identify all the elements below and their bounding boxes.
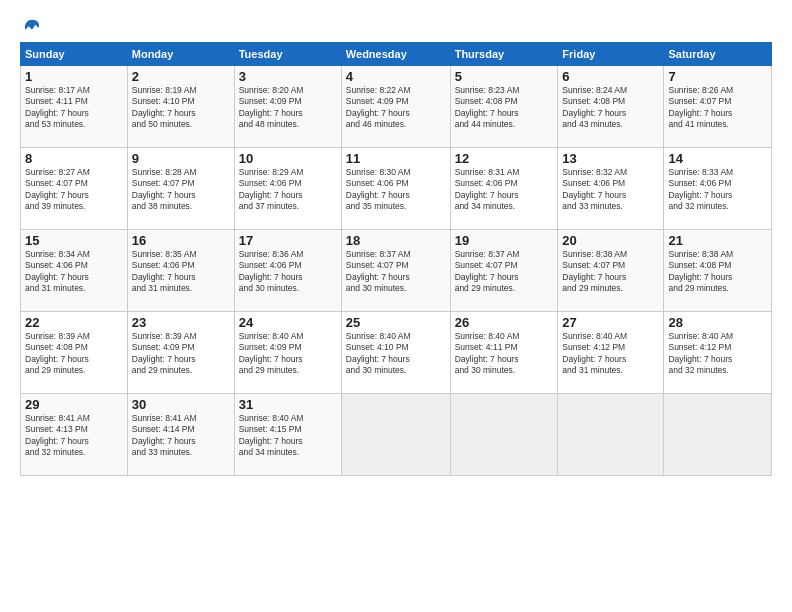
calendar-cell: 2Sunrise: 8:19 AM Sunset: 4:10 PM Daylig… <box>127 66 234 148</box>
header-friday: Friday <box>558 43 664 66</box>
calendar-cell: 9Sunrise: 8:28 AM Sunset: 4:07 PM Daylig… <box>127 148 234 230</box>
day-info: Sunrise: 8:30 AM Sunset: 4:06 PM Dayligh… <box>346 167 446 213</box>
calendar-table: SundayMondayTuesdayWednesdayThursdayFrid… <box>20 42 772 476</box>
calendar-cell: 15Sunrise: 8:34 AM Sunset: 4:06 PM Dayli… <box>21 230 128 312</box>
day-number: 21 <box>668 233 767 248</box>
day-number: 5 <box>455 69 554 84</box>
day-info: Sunrise: 8:33 AM Sunset: 4:06 PM Dayligh… <box>668 167 767 213</box>
week-row-4: 22Sunrise: 8:39 AM Sunset: 4:08 PM Dayli… <box>21 312 772 394</box>
calendar-cell: 5Sunrise: 8:23 AM Sunset: 4:08 PM Daylig… <box>450 66 558 148</box>
day-info: Sunrise: 8:36 AM Sunset: 4:06 PM Dayligh… <box>239 249 337 295</box>
day-number: 27 <box>562 315 659 330</box>
calendar-cell <box>558 394 664 476</box>
calendar-cell: 30Sunrise: 8:41 AM Sunset: 4:14 PM Dayli… <box>127 394 234 476</box>
calendar-cell: 11Sunrise: 8:30 AM Sunset: 4:06 PM Dayli… <box>341 148 450 230</box>
day-number: 31 <box>239 397 337 412</box>
day-info: Sunrise: 8:19 AM Sunset: 4:10 PM Dayligh… <box>132 85 230 131</box>
calendar-cell: 1Sunrise: 8:17 AM Sunset: 4:11 PM Daylig… <box>21 66 128 148</box>
calendar-cell: 27Sunrise: 8:40 AM Sunset: 4:12 PM Dayli… <box>558 312 664 394</box>
day-info: Sunrise: 8:17 AM Sunset: 4:11 PM Dayligh… <box>25 85 123 131</box>
day-info: Sunrise: 8:23 AM Sunset: 4:08 PM Dayligh… <box>455 85 554 131</box>
logo-text <box>20 18 42 38</box>
day-number: 11 <box>346 151 446 166</box>
calendar-cell: 17Sunrise: 8:36 AM Sunset: 4:06 PM Dayli… <box>234 230 341 312</box>
calendar-cell <box>450 394 558 476</box>
day-number: 1 <box>25 69 123 84</box>
header-wednesday: Wednesday <box>341 43 450 66</box>
calendar-cell: 22Sunrise: 8:39 AM Sunset: 4:08 PM Dayli… <box>21 312 128 394</box>
day-number: 9 <box>132 151 230 166</box>
calendar-cell: 16Sunrise: 8:35 AM Sunset: 4:06 PM Dayli… <box>127 230 234 312</box>
day-number: 3 <box>239 69 337 84</box>
day-info: Sunrise: 8:37 AM Sunset: 4:07 PM Dayligh… <box>346 249 446 295</box>
day-number: 16 <box>132 233 230 248</box>
calendar-cell: 19Sunrise: 8:37 AM Sunset: 4:07 PM Dayli… <box>450 230 558 312</box>
header-thursday: Thursday <box>450 43 558 66</box>
day-number: 10 <box>239 151 337 166</box>
calendar-cell: 3Sunrise: 8:20 AM Sunset: 4:09 PM Daylig… <box>234 66 341 148</box>
week-row-2: 8Sunrise: 8:27 AM Sunset: 4:07 PM Daylig… <box>21 148 772 230</box>
calendar-cell: 26Sunrise: 8:40 AM Sunset: 4:11 PM Dayli… <box>450 312 558 394</box>
day-number: 19 <box>455 233 554 248</box>
header-tuesday: Tuesday <box>234 43 341 66</box>
day-info: Sunrise: 8:27 AM Sunset: 4:07 PM Dayligh… <box>25 167 123 213</box>
calendar-cell: 31Sunrise: 8:40 AM Sunset: 4:15 PM Dayli… <box>234 394 341 476</box>
day-info: Sunrise: 8:40 AM Sunset: 4:12 PM Dayligh… <box>562 331 659 377</box>
day-info: Sunrise: 8:40 AM Sunset: 4:11 PM Dayligh… <box>455 331 554 377</box>
calendar-cell: 10Sunrise: 8:29 AM Sunset: 4:06 PM Dayli… <box>234 148 341 230</box>
calendar-cell: 25Sunrise: 8:40 AM Sunset: 4:10 PM Dayli… <box>341 312 450 394</box>
calendar-cell: 12Sunrise: 8:31 AM Sunset: 4:06 PM Dayli… <box>450 148 558 230</box>
calendar-cell: 7Sunrise: 8:26 AM Sunset: 4:07 PM Daylig… <box>664 66 772 148</box>
day-info: Sunrise: 8:41 AM Sunset: 4:14 PM Dayligh… <box>132 413 230 459</box>
day-number: 7 <box>668 69 767 84</box>
calendar-cell <box>341 394 450 476</box>
calendar-cell: 23Sunrise: 8:39 AM Sunset: 4:09 PM Dayli… <box>127 312 234 394</box>
day-number: 29 <box>25 397 123 412</box>
day-info: Sunrise: 8:24 AM Sunset: 4:08 PM Dayligh… <box>562 85 659 131</box>
day-info: Sunrise: 8:31 AM Sunset: 4:06 PM Dayligh… <box>455 167 554 213</box>
calendar-cell: 20Sunrise: 8:38 AM Sunset: 4:07 PM Dayli… <box>558 230 664 312</box>
calendar-cell: 24Sunrise: 8:40 AM Sunset: 4:09 PM Dayli… <box>234 312 341 394</box>
day-number: 4 <box>346 69 446 84</box>
day-info: Sunrise: 8:41 AM Sunset: 4:13 PM Dayligh… <box>25 413 123 459</box>
calendar-cell: 21Sunrise: 8:38 AM Sunset: 4:08 PM Dayli… <box>664 230 772 312</box>
calendar-cell: 13Sunrise: 8:32 AM Sunset: 4:06 PM Dayli… <box>558 148 664 230</box>
day-number: 6 <box>562 69 659 84</box>
day-info: Sunrise: 8:38 AM Sunset: 4:08 PM Dayligh… <box>668 249 767 295</box>
day-info: Sunrise: 8:40 AM Sunset: 4:10 PM Dayligh… <box>346 331 446 377</box>
calendar-header-row: SundayMondayTuesdayWednesdayThursdayFrid… <box>21 43 772 66</box>
calendar-cell: 18Sunrise: 8:37 AM Sunset: 4:07 PM Dayli… <box>341 230 450 312</box>
day-info: Sunrise: 8:28 AM Sunset: 4:07 PM Dayligh… <box>132 167 230 213</box>
day-info: Sunrise: 8:29 AM Sunset: 4:06 PM Dayligh… <box>239 167 337 213</box>
day-info: Sunrise: 8:39 AM Sunset: 4:08 PM Dayligh… <box>25 331 123 377</box>
day-info: Sunrise: 8:32 AM Sunset: 4:06 PM Dayligh… <box>562 167 659 213</box>
page: SundayMondayTuesdayWednesdayThursdayFrid… <box>0 0 792 612</box>
day-info: Sunrise: 8:40 AM Sunset: 4:09 PM Dayligh… <box>239 331 337 377</box>
day-number: 2 <box>132 69 230 84</box>
day-info: Sunrise: 8:40 AM Sunset: 4:15 PM Dayligh… <box>239 413 337 459</box>
calendar-cell: 6Sunrise: 8:24 AM Sunset: 4:08 PM Daylig… <box>558 66 664 148</box>
calendar-cell: 8Sunrise: 8:27 AM Sunset: 4:07 PM Daylig… <box>21 148 128 230</box>
day-number: 13 <box>562 151 659 166</box>
day-number: 14 <box>668 151 767 166</box>
day-info: Sunrise: 8:20 AM Sunset: 4:09 PM Dayligh… <box>239 85 337 131</box>
calendar-cell: 4Sunrise: 8:22 AM Sunset: 4:09 PM Daylig… <box>341 66 450 148</box>
week-row-5: 29Sunrise: 8:41 AM Sunset: 4:13 PM Dayli… <box>21 394 772 476</box>
calendar-cell: 14Sunrise: 8:33 AM Sunset: 4:06 PM Dayli… <box>664 148 772 230</box>
header-sunday: Sunday <box>21 43 128 66</box>
day-number: 18 <box>346 233 446 248</box>
day-info: Sunrise: 8:26 AM Sunset: 4:07 PM Dayligh… <box>668 85 767 131</box>
logo <box>20 18 42 34</box>
calendar-cell: 28Sunrise: 8:40 AM Sunset: 4:12 PM Dayli… <box>664 312 772 394</box>
day-number: 12 <box>455 151 554 166</box>
day-number: 28 <box>668 315 767 330</box>
calendar-cell <box>664 394 772 476</box>
header-monday: Monday <box>127 43 234 66</box>
day-info: Sunrise: 8:38 AM Sunset: 4:07 PM Dayligh… <box>562 249 659 295</box>
day-number: 26 <box>455 315 554 330</box>
day-number: 25 <box>346 315 446 330</box>
day-info: Sunrise: 8:22 AM Sunset: 4:09 PM Dayligh… <box>346 85 446 131</box>
logo-icon <box>22 18 42 38</box>
day-number: 22 <box>25 315 123 330</box>
day-number: 24 <box>239 315 337 330</box>
